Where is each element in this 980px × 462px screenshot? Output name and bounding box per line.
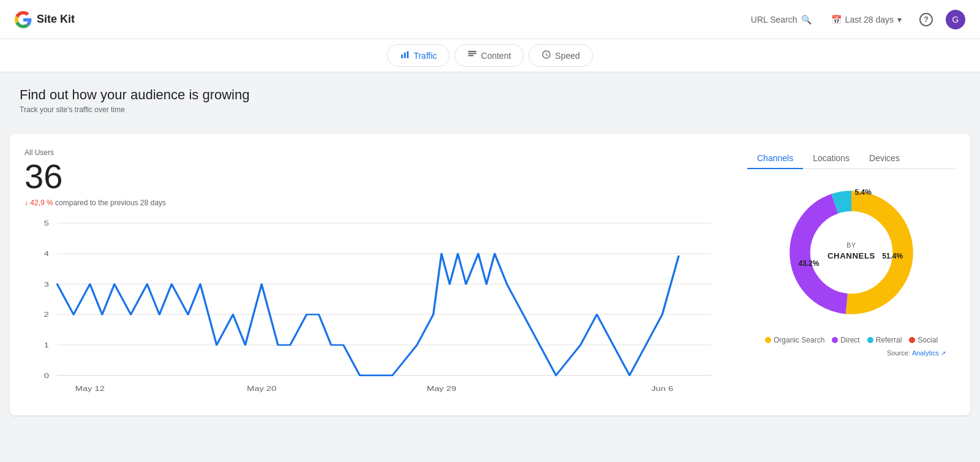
- legend-label-referral: Referral: [876, 336, 902, 344]
- svg-text:1: 1: [44, 341, 49, 349]
- header: Site Kit URL Search 🔍 📅 Last 28 days ▾ ?…: [0, 0, 980, 39]
- svg-rect-5: [469, 55, 474, 56]
- tab-devices[interactable]: Devices: [859, 148, 910, 169]
- svg-text:4: 4: [44, 250, 49, 258]
- help-button[interactable]: ?: [916, 10, 936, 29]
- comparison-text: ↓ 42,9 % compared to the previous 28 day…: [24, 199, 728, 207]
- svg-text:May 20: May 20: [247, 385, 276, 393]
- legend-label-direct: Direct: [840, 336, 859, 344]
- comparison-label: compared to the previous 28 days: [55, 199, 166, 207]
- analytics-link[interactable]: Analytics ↗: [912, 349, 946, 357]
- donut-chart-container: BY CHANNELS 51.4% 43.2% 5.4%: [747, 179, 956, 326]
- svg-text:May 29: May 29: [427, 385, 456, 393]
- svg-text:0: 0: [44, 371, 49, 379]
- legend-item-social: Social: [909, 336, 938, 344]
- down-arrow-icon: ↓: [24, 199, 28, 207]
- main-card: All Users 36 ↓ 42,9 % compared to the pr…: [10, 134, 970, 415]
- line-chart-area: 5 4 3 2 1 0 May 12 May 20 May 29 Jun 6: [24, 217, 728, 401]
- change-pct: 42,9 %: [30, 199, 53, 207]
- source-footer: Source: Analytics ↗: [747, 344, 956, 362]
- all-users-label: All Users: [24, 148, 728, 157]
- svg-text:5: 5: [44, 219, 49, 227]
- svg-rect-0: [401, 55, 403, 58]
- legend-dot-social: [909, 337, 915, 343]
- donut-center-by: BY: [846, 241, 856, 249]
- legend-item-organic: Organic Search: [765, 336, 824, 344]
- date-range-button[interactable]: 📅 Last 28 days ▾: [826, 11, 907, 28]
- legend-dot-referral: [867, 337, 873, 343]
- legend-item-direct: Direct: [832, 336, 859, 344]
- svg-rect-3: [469, 51, 477, 52]
- logo-area: Site Kit: [15, 11, 75, 28]
- content-icon: [467, 50, 477, 61]
- hero-title: Find out how your audience is growing: [20, 87, 960, 103]
- tab-channels[interactable]: Channels: [747, 148, 803, 169]
- tab-speed-label: Speed: [555, 51, 579, 61]
- header-right: URL Search 🔍 📅 Last 28 days ▾ ? G: [746, 10, 965, 29]
- tab-speed[interactable]: Speed: [529, 44, 592, 67]
- tab-content-label: Content: [481, 51, 511, 61]
- legend-dot-direct: [832, 337, 838, 343]
- label-organic: 51.4%: [882, 252, 903, 260]
- google-g-icon: [15, 11, 32, 28]
- svg-text:Jun 6: Jun 6: [651, 385, 673, 393]
- right-section: Channels Locations Devices: [747, 148, 956, 401]
- speed-icon: [541, 50, 551, 61]
- avatar[interactable]: G: [946, 10, 965, 29]
- date-range-label: Last 28 days: [845, 15, 894, 25]
- svg-rect-2: [407, 51, 409, 58]
- svg-text:May 12: May 12: [75, 385, 105, 393]
- source-label: Source:: [887, 349, 910, 357]
- calendar-icon: 📅: [831, 15, 842, 25]
- app-title: Site Kit: [37, 13, 75, 26]
- legend-item-referral: Referral: [867, 336, 902, 344]
- tab-traffic[interactable]: Traffic: [387, 44, 450, 67]
- hero-subtitle: Track your site's traffic over time: [20, 105, 960, 114]
- svg-rect-1: [404, 53, 406, 58]
- donut-legend: Organic Search Direct Referral Social: [747, 336, 956, 344]
- help-icon: ?: [919, 13, 933, 26]
- label-direct: 43.2%: [798, 259, 819, 268]
- external-link-icon: ↗: [941, 350, 946, 357]
- chart-tabs: Channels Locations Devices: [747, 148, 956, 169]
- url-search-button[interactable]: URL Search 🔍: [746, 11, 816, 28]
- url-search-label: URL Search: [751, 15, 797, 25]
- chevron-down-icon: ▾: [897, 15, 902, 25]
- bar-chart-icon: [400, 50, 410, 61]
- line-chart-svg: 5 4 3 2 1 0 May 12 May 20 May 29 Jun 6: [24, 217, 728, 401]
- users-count: 36: [24, 159, 728, 194]
- svg-text:3: 3: [44, 280, 49, 288]
- tab-content[interactable]: Content: [454, 44, 524, 67]
- donut-center-label: CHANNELS: [827, 251, 875, 260]
- svg-text:2: 2: [44, 311, 49, 319]
- tab-locations[interactable]: Locations: [803, 148, 859, 169]
- label-referral: 5.4%: [855, 188, 872, 197]
- hero-banner: Find out how your audience is growing Tr…: [0, 72, 980, 124]
- legend-label-organic: Organic Search: [774, 336, 824, 344]
- main-nav: Traffic Content Speed: [0, 39, 980, 72]
- tab-traffic-label: Traffic: [413, 51, 437, 61]
- donut-chart-svg: BY CHANNELS 51.4% 43.2% 5.4%: [778, 179, 925, 326]
- svg-rect-4: [469, 53, 477, 54]
- search-icon: 🔍: [801, 15, 812, 25]
- left-section: All Users 36 ↓ 42,9 % compared to the pr…: [24, 148, 728, 401]
- legend-label-social: Social: [918, 336, 938, 344]
- legend-dot-organic: [765, 337, 771, 343]
